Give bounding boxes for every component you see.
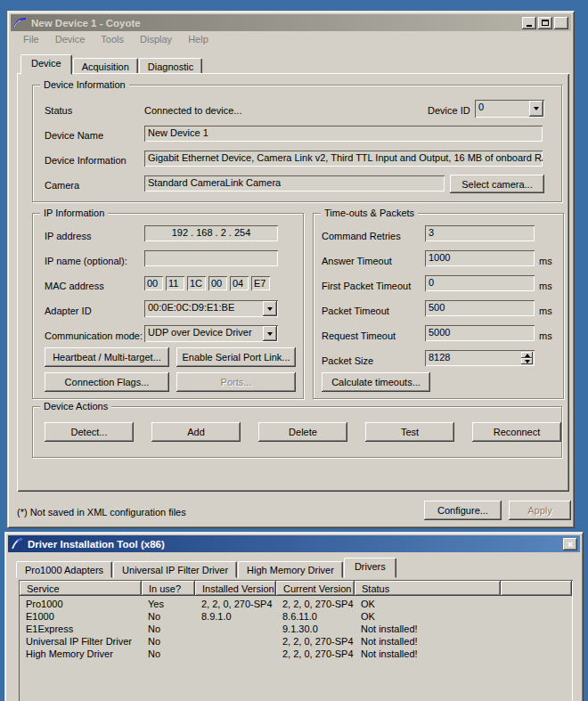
reconnect-button[interactable]: Reconnect — [472, 422, 561, 442]
maximize-icon — [542, 20, 549, 26]
delete-button[interactable]: Delete — [258, 422, 347, 442]
tab-device[interactable]: Device — [20, 54, 72, 75]
add-button[interactable]: Add — [151, 422, 241, 442]
drivers-list: Service In use? Installed Version Curren… — [19, 580, 573, 701]
ip-name-label: IP name (optional): — [45, 256, 127, 266]
coyote-app-icon — [13, 17, 28, 29]
packet-timeout-label: Packet Timeout — [322, 306, 389, 316]
communication-mode-value: UDP over Device Driver — [148, 327, 252, 338]
status-value: Connected to device... — [144, 105, 241, 116]
spin-down-button[interactable] — [521, 358, 533, 364]
device-actions-group: Device Actions Detect... Add Delete Test… — [32, 406, 562, 458]
menu-help[interactable]: Help — [180, 34, 216, 45]
chevron-down-icon — [534, 107, 539, 110]
communication-mode-select[interactable]: UDP over Device Driver — [144, 325, 278, 342]
menu-device[interactable]: Device — [47, 34, 94, 45]
test-button[interactable]: Test — [365, 422, 454, 442]
first-packet-timeout-input[interactable]: 0 — [425, 275, 535, 291]
xml-note: (*) Not saved in XML configuration files — [17, 507, 186, 518]
communication-mode-dropdown-button[interactable] — [263, 326, 277, 341]
adapter-id-value: 00:0E:0C:D9:E1:BE — [148, 302, 234, 313]
menu-display[interactable]: Display — [132, 34, 180, 45]
column-header-service[interactable]: Service — [20, 581, 142, 596]
ip-name-input[interactable] — [144, 250, 278, 266]
driver-titlebar[interactable]: Driver Installation Tool (x86) × — [8, 535, 580, 552]
packet-size-value: 8128 — [429, 352, 450, 363]
ip-address-label: IP address — [45, 231, 91, 241]
close-icon: × — [559, 19, 564, 28]
adapter-id-select[interactable]: 00:0E:0C:D9:E1:BE — [144, 300, 278, 317]
close-button[interactable]: × — [554, 17, 568, 29]
packet-size-stepper[interactable]: 8128 — [425, 350, 535, 366]
mac-byte-input[interactable]: 11 — [166, 276, 184, 290]
cell-service: E1000 — [20, 611, 142, 622]
packet-timeout-input[interactable]: 500 — [425, 300, 535, 316]
timeouts-packets-group: Time-outs & Packets Command Retries 3 An… — [313, 213, 564, 399]
request-timeout-unit: ms — [539, 330, 552, 341]
window-title: Driver Installation Tool (x86) — [28, 539, 559, 550]
mac-byte-input[interactable]: 00 — [144, 276, 163, 290]
device-information-input[interactable]: Gigabit Ethernet Device, Camera Link v2,… — [144, 151, 543, 167]
column-header-in-use[interactable]: In use? — [142, 581, 195, 596]
cell-status: Not installed! — [355, 636, 501, 647]
cell-status: Not installed! — [355, 648, 501, 659]
column-header-installed-version[interactable]: Installed Version — [195, 581, 276, 596]
minimize-button[interactable] — [522, 17, 536, 29]
window-title: New Device 1 - Coyote — [31, 18, 519, 29]
close-button[interactable]: × — [563, 538, 577, 550]
answer-timeout-label: Answer Timeout — [322, 256, 392, 266]
enable-serial-port-link-button[interactable]: Enable Serial Port Link... — [176, 347, 296, 367]
adapter-id-dropdown-button[interactable] — [263, 301, 277, 316]
close-icon: × — [568, 540, 573, 549]
cell-installed-version: 8.9.1.0 — [195, 611, 276, 622]
menu-tools[interactable]: Tools — [93, 34, 132, 45]
table-row[interactable]: Pro1000 Yes 2, 2, 0, 270-SP4 2, 2, 0, 27… — [20, 598, 572, 610]
coyote-titlebar[interactable]: New Device 1 - Coyote × — [11, 14, 571, 31]
cell-current-version: 8.6.11.0 — [276, 611, 355, 622]
menu-file[interactable]: File — [15, 34, 47, 45]
table-row[interactable]: Universal IP Filter Driver No 2, 2, 0, 2… — [20, 635, 572, 648]
cell-status: Not installed! — [355, 624, 501, 634]
column-header-current-version[interactable]: Current Version — [276, 581, 355, 596]
ports-button: Ports... — [176, 372, 296, 392]
mac-byte-input[interactable]: 04 — [230, 276, 249, 290]
cell-current-version: 2, 2, 0, 270-SP4 — [276, 648, 355, 659]
table-row[interactable]: E1000 No 8.9.1.0 8.6.11.0 OK — [20, 610, 572, 623]
device-name-input[interactable]: New Device 1 — [144, 126, 543, 142]
mac-byte-input[interactable]: 00 — [208, 276, 227, 290]
heartbeat-multitarget-button[interactable]: Heartbeat / Multi-target... — [45, 347, 169, 367]
device-id-label: Device ID — [428, 105, 470, 116]
device-id-dropdown-button[interactable] — [529, 101, 543, 117]
command-retries-input[interactable]: 3 — [425, 225, 535, 241]
mac-byte-input[interactable]: E7 — [251, 276, 270, 290]
ip-address-input[interactable]: 192 . 168 . 2 . 254 — [144, 225, 278, 241]
table-row[interactable]: E1Express No 9.1.30.0 Not installed! — [20, 623, 572, 635]
column-header-status[interactable]: Status — [355, 581, 501, 596]
device-id-value: 0 — [478, 102, 484, 112]
tab-drivers[interactable]: Drivers — [344, 558, 396, 578]
spin-up-button[interactable] — [521, 352, 533, 358]
detect-button[interactable]: Detect... — [45, 422, 134, 442]
tab-pro1000-adapters[interactable]: Pro1000 Adapters — [16, 561, 112, 578]
coyote-window: New Device 1 - Coyote × File Device Tool… — [7, 11, 575, 528]
cell-in-use: No — [142, 624, 195, 634]
desktop: New Device 1 - Coyote × File Device Tool… — [0, 0, 588, 701]
configure-button[interactable]: Configure... — [424, 501, 502, 520]
column-header-empty — [501, 581, 572, 596]
answer-timeout-input[interactable]: 1000 — [425, 250, 535, 266]
driver-tool-window: Driver Installation Tool (x86) × Pro1000… — [4, 532, 584, 701]
tab-universal-ip-filter-driver[interactable]: Universal IP Filter Driver — [113, 561, 237, 578]
calculate-timeouts-button[interactable]: Calculate timeouts... — [322, 372, 430, 392]
select-camera-button[interactable]: Select camera... — [450, 175, 544, 193]
mac-byte-input[interactable]: 1C — [187, 276, 206, 290]
device-information-label: Device Information — [45, 155, 127, 166]
tab-high-memory-driver[interactable]: High Memory Driver — [238, 561, 343, 578]
device-id-select[interactable]: 0 — [475, 100, 544, 118]
cell-status: OK — [355, 611, 501, 622]
maximize-button[interactable] — [538, 17, 552, 29]
connection-flags-button[interactable]: Connection Flags... — [45, 372, 169, 392]
camera-input[interactable]: Standard CameraLink Camera — [144, 175, 445, 192]
request-timeout-input[interactable]: 5000 — [425, 325, 535, 341]
cell-in-use: No — [142, 611, 195, 622]
table-row[interactable]: High Memory Driver No 2, 2, 0, 270-SP4 N… — [20, 648, 572, 660]
